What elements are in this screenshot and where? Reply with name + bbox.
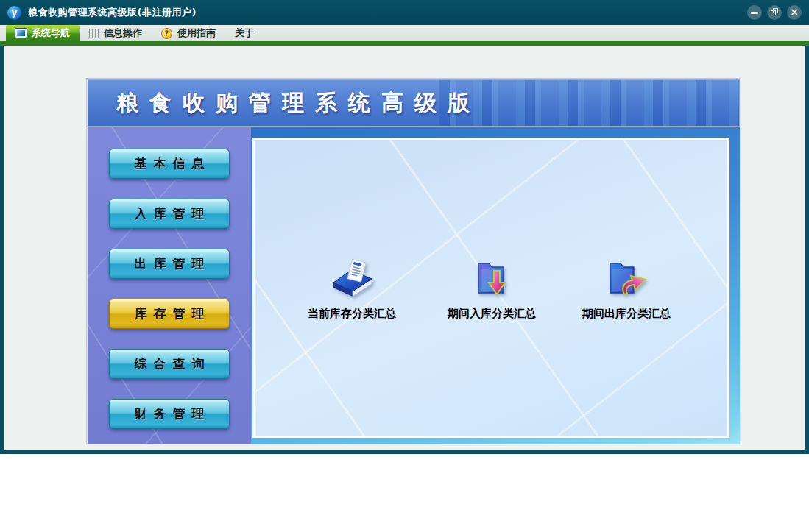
tab-label: 使用指南 — [177, 26, 216, 40]
sidebar-button-basic-info[interactable]: 基本信息 — [109, 149, 230, 179]
shortcut-label: 期间出库分类汇总 — [582, 307, 671, 321]
folder-arrow-out-icon — [604, 255, 649, 300]
window-controls: × — [747, 5, 802, 20]
content-area: 粮食收购管理系统高级版 基本信息 入库管理 出库管理 库存管理 综合查询 财务管… — [4, 46, 805, 446]
folder-arrow-down-icon — [471, 255, 512, 300]
sidebar-button-inbound-mgmt[interactable]: 入库管理 — [109, 199, 230, 229]
main-panel: 粮食收购管理系统高级版 基本信息 入库管理 出库管理 库存管理 综合查询 财务管… — [86, 78, 741, 444]
shortcut-period-outbound-summary[interactable]: 期间出库分类汇总 — [562, 255, 691, 321]
help-coin-icon: ? — [161, 28, 172, 39]
banner-glass-texture — [439, 80, 739, 126]
shortcut-current-inventory-summary[interactable]: 当前库存分类汇总 — [287, 255, 417, 321]
desktop-background — [0, 454, 809, 532]
menu-bar: 系统导航 信息操作 ? 使用指南 关于 — [0, 25, 809, 46]
app-window: y 粮食收购管理系统高级版(非注册用户) × 系统导航 信息操作 ? 使用指南 — [0, 0, 809, 454]
tab-label: 关于 — [235, 26, 254, 40]
shortcut-period-inbound-summary[interactable]: 期间入库分类汇总 — [427, 255, 557, 321]
minimize-button[interactable] — [747, 5, 762, 20]
tab-about[interactable]: 关于 — [225, 25, 264, 41]
banner: 粮食收购管理系统高级版 — [88, 79, 740, 127]
app-logo-icon: y — [7, 6, 21, 20]
close-button[interactable]: × — [787, 5, 802, 20]
tab-user-guide[interactable]: ? 使用指南 — [152, 25, 225, 41]
tab-label: 系统导航 — [32, 26, 70, 40]
title-bar: y 粮食收购管理系统高级版(非注册用户) × — [0, 0, 809, 25]
grid-icon — [89, 29, 99, 38]
screenshot-root: y 粮食收购管理系统高级版(非注册用户) × 系统导航 信息操作 ? 使用指南 — [0, 0, 809, 532]
tab-info-operations[interactable]: 信息操作 — [80, 25, 152, 41]
panel-body: 基本信息 入库管理 出库管理 库存管理 综合查询 财务管理 — [88, 127, 740, 444]
content-wrap: 当前库存分类汇总 — [251, 127, 740, 444]
sidebar: 基本信息 入库管理 出库管理 库存管理 综合查询 财务管理 — [88, 127, 251, 444]
sidebar-button-finance-mgmt[interactable]: 财务管理 — [109, 399, 230, 429]
sidebar-button-outbound-mgmt[interactable]: 出库管理 — [109, 249, 230, 279]
shortcut-label: 期间入库分类汇总 — [448, 307, 536, 321]
sidebar-button-inventory-mgmt[interactable]: 库存管理 — [109, 299, 230, 329]
window-title: 粮食收购管理系统高级版(非注册用户) — [28, 6, 197, 19]
sidebar-button-query[interactable]: 综合查询 — [109, 349, 230, 379]
shortcut-label: 当前库存分类汇总 — [308, 307, 396, 321]
monitor-icon — [15, 29, 27, 38]
restore-button[interactable] — [767, 5, 782, 20]
tab-label: 信息操作 — [104, 26, 142, 40]
blue-book-icon — [328, 255, 376, 300]
banner-title: 粮食收购管理系统高级版 — [88, 88, 481, 118]
inner-panel: 当前库存分类汇总 — [252, 138, 729, 438]
tab-system-navigation[interactable]: 系统导航 — [6, 25, 80, 41]
